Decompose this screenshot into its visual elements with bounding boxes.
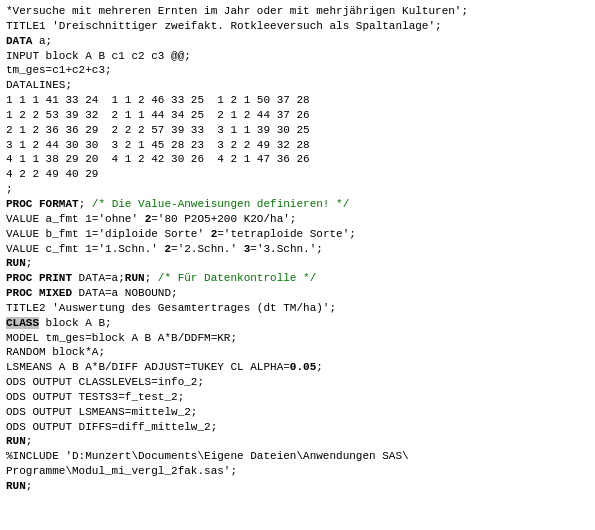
code-text: block A B;	[39, 317, 112, 329]
code-text: ='ohne'	[92, 213, 145, 225]
code-text: ODS OUTPUT CLASSLEVELS=info_2;	[6, 376, 204, 388]
code-line: 4 2 2 49 40 29	[6, 167, 589, 182]
code-text: TITLE1 'Dreischnittiger zweifakt. Rotkle…	[6, 20, 442, 32]
code-line: ODS OUTPUT DIFFS=diff_mittelw_2;	[6, 420, 589, 435]
code-text: %INCLUDE 'D:Munzert\Documents\Eigene Dat…	[6, 450, 409, 462]
code-line: DATALINES;	[6, 78, 589, 93]
code-text: INPUT block A B c1 c2 c3 @@;	[6, 50, 191, 62]
keyword: PROC MIXED	[6, 287, 72, 299]
keyword: PROC FORMAT	[6, 198, 79, 210]
code-text: RANDOM block*A;	[6, 346, 105, 358]
code-line: RUN;	[6, 434, 589, 449]
code-line: DATA a;	[6, 34, 589, 49]
code-line: MODEL tm_ges=block A B A*B/DDFM=KR;	[6, 331, 589, 346]
code-text: Programme\Modul_mi_vergl_2fak.sas';	[6, 465, 237, 477]
code-text: ;	[79, 198, 92, 210]
code-text: ODS OUTPUT TESTS3=f_test_2;	[6, 391, 184, 403]
code-line: 1 2 2 53 39 32 2 1 1 44 34 25 2 1 2 44 3…	[6, 108, 589, 123]
code-line: ODS OUTPUT LSMEANS=mittelw_2;	[6, 405, 589, 420]
comment: /* Für Datenkontrolle */	[158, 272, 316, 284]
code-text: TITLE2 'Auswertung des Gesamtertrages (d…	[6, 302, 336, 314]
code-text: ='tetraploide Sorte';	[217, 228, 356, 240]
comment: /* Die Value-Anweisungen definieren! */	[92, 198, 349, 210]
code-line: Programme\Modul_mi_vergl_2fak.sas';	[6, 464, 589, 479]
code-text: 1 2 2 53 39 32 2 1 1 44 34 25 2 1 2 44 3…	[6, 109, 310, 121]
keyword: DATA	[6, 35, 32, 47]
code-text: ;	[26, 257, 33, 269]
keyword: RUN	[6, 257, 26, 269]
class-keyword: CLASS	[6, 317, 39, 329]
code-text: 4 1 1 38 29 20 4 1 2 42 30 26 4 2 1 47 3…	[6, 153, 310, 165]
code-text: a;	[32, 35, 52, 47]
code-text: LSMEANS A B A*B/DIFF ADJUST=TUKEY CL ALP…	[6, 361, 290, 373]
code-line: RANDOM block*A;	[6, 345, 589, 360]
code-line: 1 1 1 41 33 24 1 1 2 46 33 25 1 2 1 50 3…	[6, 93, 589, 108]
code-line: TITLE1 'Dreischnittiger zweifakt. Rotkle…	[6, 19, 589, 34]
code-line: VALUE a_fmt 1='ohne' 2='80 P2O5+200 K2O/…	[6, 212, 589, 227]
code-line: RUN;	[6, 256, 589, 271]
code-line: 2 1 2 36 36 29 2 2 2 57 39 33 3 1 1 39 3…	[6, 123, 589, 138]
code-line: TITLE2 'Auswertung des Gesamtertrages (d…	[6, 301, 589, 316]
code-text: ='3.Schn.';	[250, 243, 323, 255]
code-text: 1	[85, 243, 92, 255]
code-text: ;	[6, 183, 13, 195]
keyword: RUN	[125, 272, 145, 284]
code-line: 4 1 1 38 29 20 4 1 2 42 30 26 4 2 1 47 3…	[6, 152, 589, 167]
keyword: RUN	[6, 435, 26, 447]
code-text: DATA=a;	[72, 272, 125, 284]
code-line: *Versuche mit mehreren Ernten im Jahr od…	[6, 4, 589, 19]
code-line: ;	[6, 182, 589, 197]
code-editor: *Versuche mit mehreren Ernten im Jahr od…	[6, 4, 589, 494]
number-value: 0.05	[290, 361, 316, 373]
code-text: ODS OUTPUT DIFFS=diff_mittelw_2;	[6, 421, 217, 433]
code-line: ODS OUTPUT TESTS3=f_test_2;	[6, 390, 589, 405]
code-text: ;	[26, 480, 33, 492]
code-text: tm_ges=c1+c2+c3;	[6, 64, 112, 76]
code-text: ='2.Schn.'	[171, 243, 244, 255]
code-line: PROC FORMAT; /* Die Value-Anweisungen de…	[6, 197, 589, 212]
code-text: ;	[145, 272, 158, 284]
code-line: %INCLUDE 'D:Munzert\Documents\Eigene Dat…	[6, 449, 589, 464]
code-text: ='80 P2O5+200 K2O/ha';	[151, 213, 296, 225]
code-line: LSMEANS A B A*B/DIFF ADJUST=TUKEY CL ALP…	[6, 360, 589, 375]
code-line: VALUE c_fmt 1='1.Schn.' 2='2.Schn.' 3='3…	[6, 242, 589, 257]
code-line: VALUE b_fmt 1='diploide Sorte' 2='tetrap…	[6, 227, 589, 242]
code-line: 3 1 2 44 30 30 3 2 1 45 28 23 3 2 2 49 3…	[6, 138, 589, 153]
code-text: 4 2 2 49 40 29	[6, 168, 98, 180]
code-text: DATA=a NOBOUND;	[72, 287, 178, 299]
code-text: VALUE a_fmt	[6, 213, 85, 225]
code-text: ='1.Schn.'	[92, 243, 165, 255]
code-line: INPUT block A B c1 c2 c3 @@;	[6, 49, 589, 64]
code-text: VALUE c_fmt	[6, 243, 85, 255]
code-text: 2 1 2 36 36 29 2 2 2 57 39 33 3 1 1 39 3…	[6, 124, 310, 136]
code-line: ODS OUTPUT CLASSLEVELS=info_2;	[6, 375, 589, 390]
code-text: DATALINES;	[6, 79, 72, 91]
code-text: 1	[85, 213, 92, 225]
code-text: ;	[316, 361, 323, 373]
code-line: PROC MIXED DATA=a NOBOUND;	[6, 286, 589, 301]
code-text: 3 1 2 44 30 30 3 2 1 45 28 23 3 2 2 49 3…	[6, 139, 310, 151]
code-line: PROC PRINT DATA=a;RUN; /* Für Datenkontr…	[6, 271, 589, 286]
code-text: ='diploide Sorte'	[92, 228, 211, 240]
code-line: RUN;	[6, 479, 589, 494]
code-text: MODEL tm_ges=block A B A*B/DDFM=KR;	[6, 332, 237, 344]
code-line: tm_ges=c1+c2+c3;	[6, 63, 589, 78]
code-text: *Versuche mit mehreren Ernten im Jahr od…	[6, 5, 468, 17]
keyword: RUN	[6, 480, 26, 492]
code-text: ODS OUTPUT LSMEANS=mittelw_2;	[6, 406, 197, 418]
code-text: 1 1 1 41 33 24 1 1 2 46 33 25 1 2 1 50 3…	[6, 94, 310, 106]
code-text: ;	[26, 435, 33, 447]
code-text: 1	[85, 228, 92, 240]
code-text: VALUE b_fmt	[6, 228, 85, 240]
code-line: CLASS block A B;	[6, 316, 589, 331]
keyword: PROC PRINT	[6, 272, 72, 284]
